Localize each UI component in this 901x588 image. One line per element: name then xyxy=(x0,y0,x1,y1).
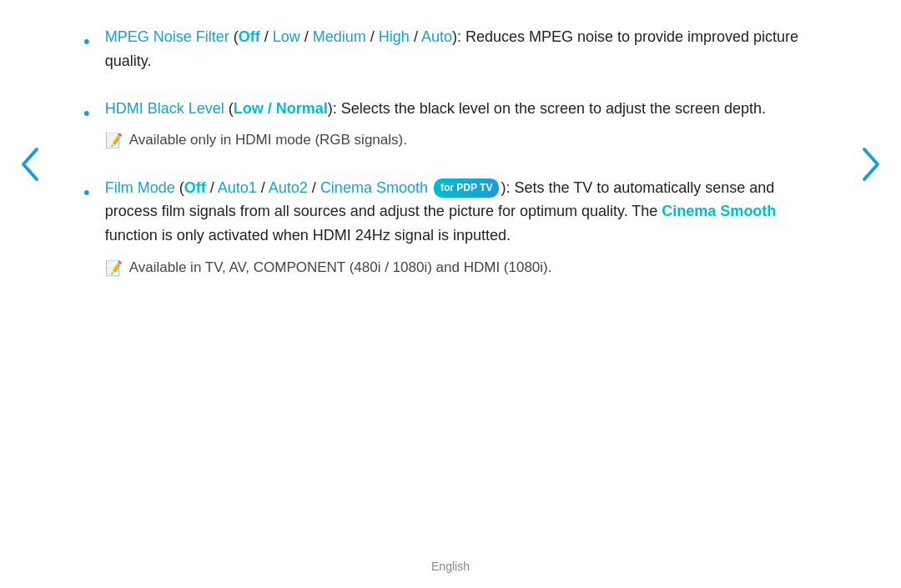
hdmi-note: 📝 Available only in HDMI mode (RGB signa… xyxy=(105,128,818,152)
hdmi-options-text: (Low / Normal): Selects the black level … xyxy=(229,100,766,117)
film-note: 📝 Available in TV, AV, COMPONENT (480i /… xyxy=(105,256,818,279)
list-item: • HDMI Black Level (Low / Normal): Selec… xyxy=(83,97,818,153)
note-icon: 📝 xyxy=(105,129,123,152)
mpeg-medium: Medium xyxy=(313,28,366,45)
hdmi-note-text: Available only in HDMI mode (RGB signals… xyxy=(129,128,407,151)
main-content: • MPEG Noise Filter (Off / Low / Medium … xyxy=(0,0,901,328)
mpeg-low: Low xyxy=(273,28,300,45)
film-auto1: Auto1 xyxy=(218,179,257,196)
term-hdmi-black-level: HDMI Black Level xyxy=(105,100,224,117)
film-cinema-smooth-inline: Cinema Smooth xyxy=(662,203,776,219)
film-options-text: (Off / Auto1 / Auto2 / Cinema Smooth for… xyxy=(105,179,777,244)
film-note-text: Available in TV, AV, COMPONENT (480i / 1… xyxy=(129,256,552,279)
mpeg-high: High xyxy=(379,28,410,45)
pdp-badge: for PDP TV xyxy=(434,178,499,198)
item-content: Film Mode (Off / Auto1 / Auto2 / Cinema … xyxy=(105,176,818,280)
list-item: • MPEG Noise Filter (Off / Low / Medium … xyxy=(83,25,818,73)
term-mpeg-noise-filter: MPEG Noise Filter xyxy=(105,28,229,45)
bullet-icon: • xyxy=(83,178,90,207)
item-content: HDMI Black Level (Low / Normal): Selects… xyxy=(105,97,818,153)
next-arrow-button[interactable] xyxy=(856,139,886,189)
film-off: Off xyxy=(184,179,206,196)
film-auto2: Auto2 xyxy=(269,179,308,196)
footer-language: English xyxy=(431,560,470,573)
feature-list: • MPEG Noise Filter (Off / Low / Medium … xyxy=(83,25,818,279)
film-cinema-smooth: Cinema Smooth xyxy=(320,179,428,196)
list-item: • Film Mode (Off / Auto1 / Auto2 / Cinem… xyxy=(83,176,818,280)
item-content: MPEG Noise Filter (Off / Low / Medium / … xyxy=(105,25,818,73)
bullet-icon: • xyxy=(83,98,90,128)
hdmi-low-normal: Low / Normal xyxy=(234,100,328,117)
term-film-mode: Film Mode xyxy=(105,179,175,196)
mpeg-off: Off xyxy=(239,28,260,45)
mpeg-auto: Auto xyxy=(421,28,452,45)
note-icon: 📝 xyxy=(105,257,123,279)
bullet-icon: • xyxy=(83,27,90,56)
footer: English xyxy=(0,560,901,573)
prev-arrow-button[interactable] xyxy=(15,139,45,189)
